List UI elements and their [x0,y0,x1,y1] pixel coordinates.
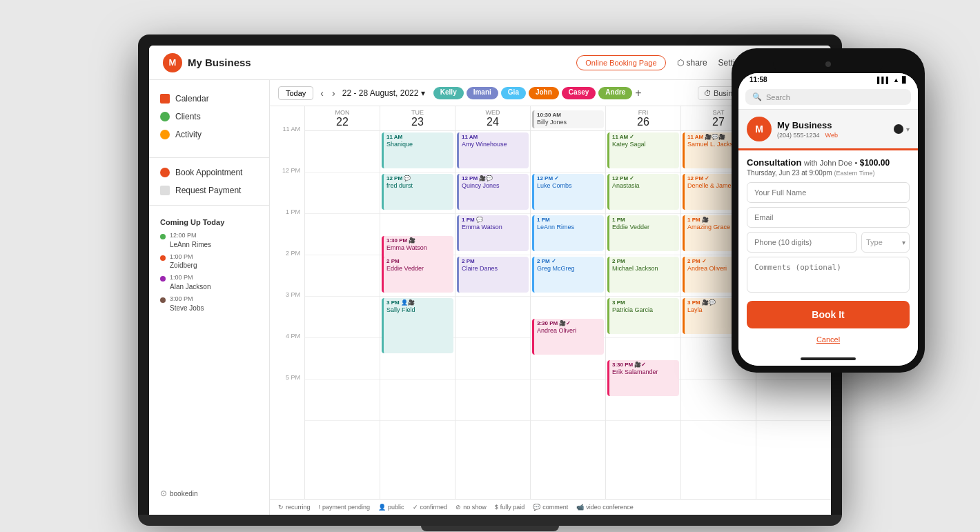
book-appointment-action[interactable]: Book Appointment [149,164,269,181]
laptop-stand [421,526,559,531]
prev-arrow[interactable]: ‹ [319,88,325,99]
laptop-base [138,515,842,526]
appointment[interactable]: 12 PM 💬 fred durst [382,174,453,210]
cancel-button[interactable]: Cancel [747,335,910,344]
day-cells-thu: 10:30 AM Billy Jones 12 [531,131,605,499]
time-slot: 12 PM [270,167,304,208]
wifi-icon: ▲ [893,77,899,83]
appointment[interactable]: 11 AM Amy Winehouse [457,132,529,168]
day-col-tue: TUE 23 11 AM Shanique [380,106,455,499]
day-cells-fri: 11 AM ✓ Katey Sagal 12 PM ✓ Anastasia [606,131,680,499]
appointment[interactable]: 1 PM Eddie Vedder [607,215,679,251]
camera-dot [825,61,831,67]
time-slot: 4 PM [270,333,304,374]
service-date: Thursday, Jun 23 at 9:00pm (Eastern Time… [747,169,910,177]
type-select[interactable]: Type Mobile Home Work [861,232,910,253]
phone-theme-toggle[interactable]: ▾ [894,124,910,134]
day-header-fri: FRI 26 [606,106,680,131]
appointment[interactable]: 2 PM Michael Jackson [607,257,679,293]
appointment[interactable]: 2 PM Claire Danes [457,257,529,293]
phone-biz-logo: M [747,117,772,141]
activity-icon [160,130,170,139]
day-col-mon: MON 22 [304,106,380,499]
time-column: 11 AM 12 PM 1 PM 2 PM 3 PM 4 PM 5 PM [270,106,304,499]
app-title: My Business [188,57,576,68]
phone-biz-info: My Business (204) 555-1234 Web [777,120,888,139]
appointment[interactable]: 2 PM Eddie Vedder [382,257,453,293]
calendar-legend: ↻recurring !payment pending 👤public ✓con… [270,499,831,515]
appointment[interactable]: 11 AM ✓ Katey Sagal [607,132,679,168]
search-icon: 🔍 [752,92,762,101]
phone-notch [773,55,883,73]
phone-status-icons: ▌▌▌ ▲ ▊ [877,77,907,83]
day-col-wed: WED 24 11 AM Amy Winehouse [455,106,530,499]
today-button[interactable]: Today [278,86,313,100]
chip-kelly[interactable]: Kelly [433,87,464,99]
status-dot [160,297,166,303]
list-item: 1:00 PM Zoidberg [160,253,258,270]
activity-label: Activity [175,130,202,139]
booking-form: Consultation with John Doe - $100.00 Thu… [738,150,918,352]
appointment[interactable]: 3 PM Patricia Garcia [607,298,679,334]
appointment[interactable]: 12 PM ✓ Anastasia [607,174,679,210]
day-cells-tue: 11 AM Shanique 12 PM 💬 [380,131,455,499]
booking-page-button[interactable]: Online Booking Page [576,55,665,70]
comments-input[interactable] [747,257,910,293]
day-header-wed: WED 24 [455,106,530,131]
share-button[interactable]: ⬡ share [677,58,707,68]
app-logo: M [163,53,182,72]
phone-number[interactable]: (204) 555-1234 [777,132,820,139]
search-input[interactable]: 🔍 Search [745,89,911,105]
chip-casey[interactable]: Casey [562,87,596,99]
book-appointment-label: Book Appointment [175,168,242,177]
appointment[interactable]: 2 PM ✓ Greg McGreg [532,257,604,293]
time-slot: 1 PM [270,208,304,250]
chip-andre[interactable]: Andre [598,87,632,99]
sidebar: Calendar Clients Activity [149,80,270,515]
time-slot: 5 PM [270,374,304,415]
add-staff-button[interactable]: + [635,87,641,99]
share-icon: ⬡ [677,58,684,68]
sidebar-divider [149,157,269,158]
day-cells-wed: 11 AM Amy Winehouse 12 PM 🎥💬 Quincy Jo [455,131,530,499]
web-link[interactable]: Web [825,132,838,139]
sidebar-item-activity[interactable]: Activity [149,126,269,144]
appointment[interactable]: 1 PM 💬 Emma Watson [457,215,529,251]
home-indicator [801,357,856,360]
list-item: 3:00 PM Steve Jobs [160,295,258,313]
full-name-input[interactable] [747,182,910,203]
appointment[interactable]: 12 PM ✓ Luke Combs [532,174,604,210]
appointment[interactable]: 11 AM Shanique [382,132,453,168]
chip-john[interactable]: John [529,87,559,99]
appt-text: 1:00 PM Zoidberg [170,253,197,270]
status-dot [160,255,166,261]
sidebar-item-calendar[interactable]: Calendar [149,90,269,108]
phone-biz-name: My Business [777,120,888,130]
phone-biz-header: M My Business (204) 555-1234 Web ▾ [738,110,918,150]
calendar-label: Calendar [175,94,209,104]
sidebar-item-clients[interactable]: Clients [149,108,269,126]
book-it-button[interactable]: Book It [747,301,910,328]
day-header-mon: MON 22 [305,106,380,131]
day-col-fri: FRI 26 11 AM ✓ Katey Sagal [605,106,680,499]
next-arrow[interactable]: › [331,88,337,99]
laptop: M My Business Online Booking Page ⬡ shar… [138,35,842,531]
phone-input[interactable] [747,232,857,253]
app-header: M My Business Online Booking Page ⬡ shar… [149,46,831,80]
chip-gia[interactable]: Gia [501,87,526,99]
chip-imani[interactable]: Imani [467,87,498,99]
appointment[interactable]: 12 PM 🎥💬 Quincy Jones [457,174,529,210]
appointment[interactable]: 10:30 AM Billy Jones [532,110,604,128]
email-input[interactable] [747,207,910,228]
calendar-icon [160,94,170,104]
sidebar-nav: Calendar Clients Activity [149,90,269,144]
request-payment-action[interactable]: Request Payment [149,181,269,199]
app-body: Calendar Clients Activity [149,80,831,515]
phone-type-row: Type Mobile Home Work [747,232,910,253]
list-item: 1:00 PM Alan Jackson [160,274,258,291]
appt-text: 12:00 PM LeAnn Rimes [170,232,211,249]
bookedin-logo: ⊙ bookedin [149,482,269,505]
phone: 11:58 ▌▌▌ ▲ ▊ 🔍 Search [732,48,925,373]
phone-time: 11:58 [749,76,767,83]
appointment[interactable]: 1 PM LeAnn Rimes [532,215,604,251]
